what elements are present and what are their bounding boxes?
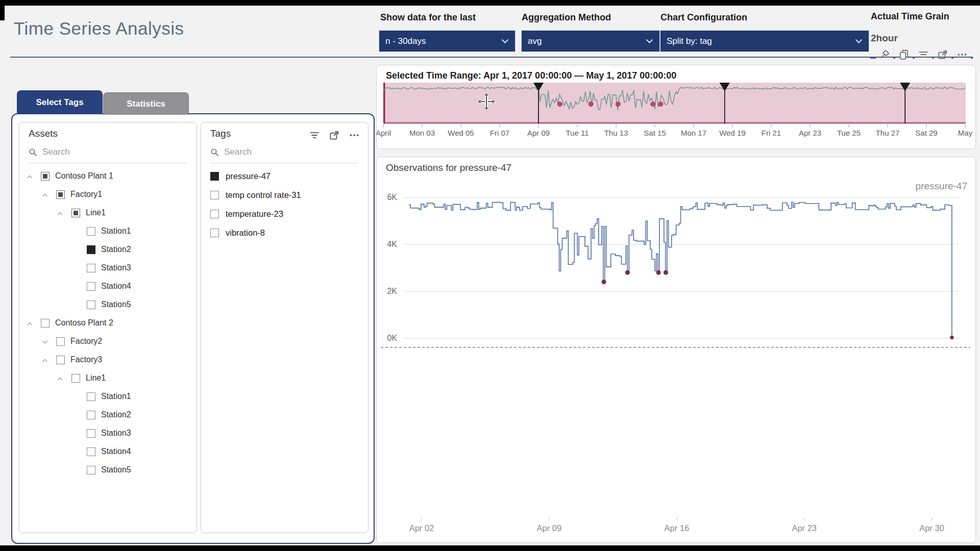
tree-item-label: Factory1: [70, 190, 102, 199]
y-axis-label: 2K: [387, 287, 397, 295]
checkbox-station2[interactable]: [87, 245, 95, 254]
timeline-tick-label: Thu 13: [604, 129, 628, 137]
tree-item-station5[interactable]: Station5: [19, 461, 197, 480]
tab-select-tags[interactable]: Select Tags: [17, 90, 103, 114]
tree-item-label: Station3: [101, 263, 131, 272]
chevron-down-icon[interactable]: [42, 339, 48, 345]
tree-item-factory1[interactable]: Factory1: [19, 186, 197, 204]
checkbox-station5[interactable]: [87, 466, 95, 474]
show-data-dropdown[interactable]: n - 30days: [379, 31, 515, 52]
chevron-up-icon[interactable]: [27, 321, 33, 327]
tree-item-label: Station2: [101, 245, 131, 254]
assets-search-placeholder: Search: [42, 147, 70, 157]
x-axis-label: Apr 16: [664, 523, 689, 533]
checkbox-station4[interactable]: [87, 447, 95, 456]
tag-item-label: vibration-8: [226, 228, 265, 238]
tag-item-temp-control-rate-31[interactable]: temp control rate-31: [201, 186, 368, 205]
tree-item-contoso-plant-2[interactable]: Contoso Plant 2: [19, 314, 197, 333]
tree-item-label: Station3: [101, 429, 131, 438]
checkbox-contoso-plant-2[interactable]: [41, 319, 50, 328]
checkbox-contoso-plant-1[interactable]: [41, 172, 50, 181]
observations-panel: Observations for pressure-47 pressure-47…: [376, 157, 976, 543]
checkbox-factory2[interactable]: [56, 337, 65, 346]
tree-item-station4[interactable]: Station4: [19, 278, 197, 296]
filter-icon[interactable]: [309, 130, 320, 141]
checkbox-station4[interactable]: [87, 282, 95, 291]
chevron-down-icon: [855, 39, 863, 43]
tree-item-station3[interactable]: Station3: [19, 259, 197, 278]
more-icon[interactable]: [349, 130, 360, 141]
expand-icon[interactable]: [937, 49, 948, 60]
tree-item-label: Station5: [101, 300, 131, 309]
tree-item-station2[interactable]: Station2: [19, 241, 197, 259]
chevron-up-icon[interactable]: [42, 192, 48, 198]
tag-item-pressure-47[interactable]: pressure-47: [201, 167, 368, 186]
tree-item-label: Factory3: [70, 355, 102, 364]
tree-item-contoso-plant-1[interactable]: Contoso Plant 1: [19, 167, 197, 186]
assets-search-input[interactable]: Search: [29, 147, 70, 157]
availability-timeline-chart[interactable]: AprilMon 03Wed 05Fri 07Apr 09Tue 11Thu 1…: [377, 83, 974, 146]
checkbox-station3[interactable]: [87, 264, 95, 272]
tree-item-label: Line1: [86, 373, 106, 383]
tree-item-label: Factory2: [70, 337, 102, 346]
tree-item-factory2[interactable]: Factory2: [19, 333, 197, 351]
checkbox-pressure-47[interactable]: [210, 172, 219, 181]
tree-item-station1[interactable]: Station1: [19, 388, 197, 406]
tree-item-label: Contoso Plant 1: [55, 171, 113, 181]
observations-chart[interactable]: 6K4K2K0KApr 02Apr 09Apr 16Apr 23Apr 30: [377, 157, 974, 541]
copy-icon[interactable]: [898, 49, 910, 60]
checkbox-line1[interactable]: [71, 374, 80, 383]
checkbox-factory1[interactable]: [56, 190, 65, 199]
tab-statistics[interactable]: Statistics: [103, 92, 189, 115]
header-divider: [10, 57, 972, 58]
timeline-tick-label: April: [377, 129, 391, 137]
chevron-up-icon[interactable]: [57, 376, 63, 382]
tag-item-label: pressure-47: [226, 171, 271, 181]
tree-item-factory3[interactable]: Factory3: [19, 351, 197, 369]
timeline-tick-label: Mon 03: [409, 129, 435, 137]
tree-item-station3[interactable]: Station3: [19, 424, 197, 443]
checkbox-station3[interactable]: [87, 429, 95, 438]
chevron-up-icon[interactable]: [42, 358, 48, 363]
more-icon[interactable]: [957, 49, 968, 60]
timeline-tick-label: Mon 17: [681, 129, 706, 137]
aggregation-dropdown[interactable]: avg: [522, 31, 659, 52]
checkbox-station5[interactable]: [87, 300, 95, 309]
timeline-tick-label: Sat 29: [915, 129, 937, 137]
checkbox-station1[interactable]: [87, 392, 95, 401]
chart-config-label: Chart Configuration: [660, 12, 747, 23]
checkbox-line1[interactable]: [71, 209, 80, 217]
tree-item-station1[interactable]: Station1: [19, 222, 197, 241]
checkbox-temperature-23[interactable]: [210, 210, 219, 218]
chevron-down-icon: [646, 39, 653, 43]
tree-item-station5[interactable]: Station5: [19, 296, 197, 314]
timeline-tick-label: Wed 19: [719, 129, 745, 137]
tree-item-line1[interactable]: Line1: [19, 204, 197, 222]
tree-item-label: Station1: [101, 392, 131, 401]
toolbar-focus-dot: [893, 57, 895, 59]
tag-item-temperature-23[interactable]: temperature-23: [201, 205, 368, 224]
x-axis-label: Apr 09: [537, 523, 562, 533]
chart-config-value: Split by: tag: [667, 36, 855, 46]
filter-icon[interactable]: [918, 49, 929, 60]
chevron-down-icon: [501, 39, 509, 43]
checkbox-station2[interactable]: [87, 411, 95, 419]
tree-item-line1[interactable]: Line1: [19, 369, 197, 388]
chart-config-dropdown[interactable]: Split by: tag: [660, 31, 869, 52]
search-icon: [210, 148, 219, 157]
pin-icon[interactable]: [879, 49, 890, 60]
chevron-up-icon[interactable]: [57, 211, 63, 216]
assets-search-underline: [29, 163, 186, 163]
checkbox-temp-control-rate-31[interactable]: [210, 191, 219, 199]
tag-item-vibration-8[interactable]: vibration-8: [201, 224, 368, 243]
expand-icon[interactable]: [329, 130, 340, 141]
checkbox-factory3[interactable]: [56, 356, 65, 364]
checkbox-station1[interactable]: [87, 227, 95, 236]
timeline-tick-label: Sat 15: [644, 129, 666, 137]
tree-item-station4[interactable]: Station4: [19, 443, 197, 461]
chevron-up-icon[interactable]: [27, 174, 33, 180]
tree-item-station2[interactable]: Station2: [19, 406, 197, 424]
checkbox-vibration-8[interactable]: [210, 229, 219, 237]
tags-search-input[interactable]: Search: [210, 147, 252, 157]
tree-item-label: Contoso Plant 2: [55, 318, 113, 328]
